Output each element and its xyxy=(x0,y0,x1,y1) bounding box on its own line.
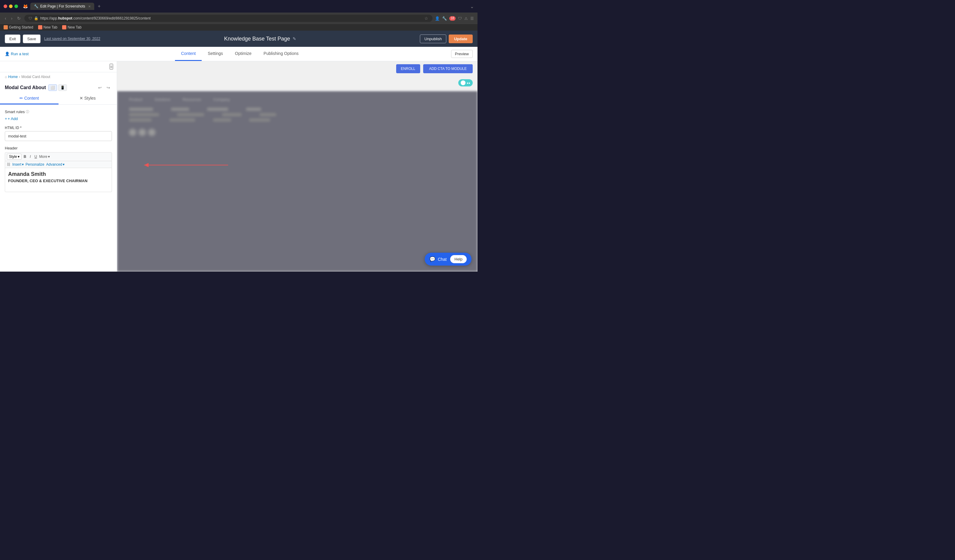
tab-close-icon[interactable]: ✕ xyxy=(88,5,91,8)
active-tab[interactable]: 🔧 Edit Page | For Screenshots ✕ xyxy=(30,3,94,10)
tab-content[interactable]: Content xyxy=(175,47,202,61)
tab-settings-label: Settings xyxy=(208,51,223,56)
styles-subtab[interactable]: ✕ Styles xyxy=(58,93,117,105)
blurred-bar5 xyxy=(129,113,159,116)
bookmark-label: Getting Started xyxy=(9,25,33,30)
italic-button[interactable]: I xyxy=(28,154,32,160)
bookmarks-bar: Getting Started New Tab New Tab xyxy=(0,24,478,31)
edit-pencil-icon[interactable]: ✎ xyxy=(293,36,296,41)
tab-optimize[interactable]: Optimize xyxy=(229,47,257,61)
blurred-product: Product xyxy=(129,97,142,102)
personalize-button[interactable]: Personalize xyxy=(25,163,44,167)
main-area: « ⌂ Home › Modal Card About Modal Card A… xyxy=(0,61,478,272)
blurred-resources: Resources xyxy=(183,97,201,102)
blurred-bar1 xyxy=(129,108,153,111)
redo-button[interactable]: ↪ xyxy=(105,84,112,91)
bookmark-icon[interactable]: ☆ xyxy=(424,16,428,21)
toggle-dot xyxy=(461,80,465,85)
last-saved-text: Last saved on September 30, 2022 xyxy=(44,37,100,41)
exit-button[interactable]: Exit xyxy=(5,34,20,43)
chat-widget[interactable]: 💬 Chat Help xyxy=(425,253,471,266)
hs-bm-icon xyxy=(38,25,42,30)
extensions-icon: 🔧 xyxy=(442,16,447,21)
update-button[interactable]: Update xyxy=(449,34,473,43)
insert-button[interactable]: Insert ▾ xyxy=(12,163,24,167)
style-dropdown[interactable]: Style ▾ xyxy=(7,154,22,160)
tab-publishing-label: Publishing Options xyxy=(263,51,299,56)
tab-bar: 🔧 Edit Page | For Screenshots ✕ + xyxy=(30,2,468,10)
underline-button[interactable]: U xyxy=(33,154,39,160)
unpublish-button[interactable]: Unpublish xyxy=(420,34,446,43)
page-title-area: Knowledge Base Test Page ✎ xyxy=(103,36,418,42)
smart-rules-row: Smart rules ⓘ xyxy=(5,109,112,114)
url-bar[interactable]: 🛡 🔒 https://app.hubspot.com/content/9230… xyxy=(24,15,432,22)
undo-button[interactable]: ↩ xyxy=(96,84,103,91)
blurred-bar8 xyxy=(260,113,276,116)
right-preview: ENROLL ADD CTA TO MODULE ●● Product Solu… xyxy=(117,61,478,272)
shield-icon2: 🛡 xyxy=(458,16,462,21)
preview-button[interactable]: Preview xyxy=(451,50,473,58)
close-button[interactable] xyxy=(4,5,7,8)
more-label: More xyxy=(39,155,47,159)
header-label: Header xyxy=(5,146,112,150)
tab-icon: 🔧 xyxy=(34,4,38,8)
back-button[interactable]: ‹ xyxy=(4,15,8,21)
nav-tabs: Content Settings Optimize Publishing Opt… xyxy=(28,47,451,61)
traffic-lights xyxy=(4,5,18,8)
blurred-bar10 xyxy=(169,119,195,122)
add-icon: + xyxy=(5,116,7,121)
help-button[interactable]: Help xyxy=(450,255,467,263)
hs-bm-icon2 xyxy=(62,25,66,30)
tab-publishing-options[interactable]: Publishing Options xyxy=(257,47,305,61)
left-panel: « ⌂ Home › Modal Card About Modal Card A… xyxy=(0,61,117,272)
add-smart-rule-button[interactable]: + + Add xyxy=(5,116,112,121)
bold-button[interactable]: B xyxy=(22,154,28,160)
blurred-row3 xyxy=(129,119,465,122)
bookmark-new-tab-1[interactable]: New Tab xyxy=(38,25,57,30)
enroll-button[interactable]: ENROLL xyxy=(396,64,420,73)
breadcrumb: ⌂ Home › Modal Card About xyxy=(0,72,117,81)
blurred-social-row xyxy=(117,124,478,141)
forward-button[interactable]: › xyxy=(10,15,14,21)
rich-text-content[interactable]: Amanda Smith FOUNDER, CEO & EXECUTIVE CH… xyxy=(5,168,112,192)
bookmark-new-tab-2[interactable]: New Tab xyxy=(62,25,81,30)
menu-icon[interactable]: ☰ xyxy=(470,16,474,21)
add-cta-button[interactable]: ADD CTA TO MODULE xyxy=(423,64,473,73)
breadcrumb-home[interactable]: Home xyxy=(8,75,18,79)
browser-toolbar-icons: 👤 🔧 18 🛡 ⚠ ☰ xyxy=(435,16,474,21)
blurred-bar3 xyxy=(207,108,228,111)
mobile-view-button[interactable]: 📱 xyxy=(58,84,67,91)
advanced-button[interactable]: Advanced ▾ xyxy=(46,163,64,167)
content-subtab[interactable]: ✏ Content xyxy=(0,93,58,105)
section-title-bar: Modal Card About ⬜ 📱 ↩ ↪ xyxy=(0,81,117,93)
collapse-button[interactable]: « xyxy=(110,64,113,70)
run-test-button[interactable]: 👤 Run a test xyxy=(5,52,28,56)
chat-bubble-icon: 💬 xyxy=(429,256,435,262)
blurred-bar6 xyxy=(177,113,204,116)
html-id-input[interactable] xyxy=(5,131,112,141)
tab-settings[interactable]: Settings xyxy=(202,47,229,61)
panel-scroll: Smart rules ⓘ + + Add HTML ID * xyxy=(0,105,117,272)
run-test-label: Run a test xyxy=(11,52,28,56)
blurred-bar9 xyxy=(129,119,152,122)
info-icon[interactable]: ⓘ xyxy=(26,109,29,114)
minimize-button[interactable] xyxy=(9,5,13,8)
hs-nav: 👤 Run a test Content Settings Optimize P… xyxy=(0,47,478,61)
preview-toggle[interactable]: ●● xyxy=(458,79,473,86)
maximize-button[interactable] xyxy=(14,5,18,8)
toolbar-right: Unpublish Update xyxy=(420,34,473,43)
advanced-chevron: ▾ xyxy=(63,163,64,167)
blurred-bar12 xyxy=(249,119,270,122)
desktop-view-button[interactable]: ⬜ xyxy=(49,84,57,91)
save-button[interactable]: Save xyxy=(23,34,41,43)
refresh-button[interactable]: ↻ xyxy=(16,15,22,21)
more-button[interactable]: More ▾ xyxy=(39,155,50,159)
dropdown-chevron: ▾ xyxy=(18,155,19,159)
bookmark-getting-started[interactable]: Getting Started xyxy=(4,25,33,30)
toggle-label: ●● xyxy=(467,81,470,84)
new-tab-button[interactable]: + xyxy=(96,2,103,10)
view-toggle-buttons: ⬜ 📱 xyxy=(49,84,67,91)
smart-rules-label: Smart rules xyxy=(5,109,25,114)
address-bar: ‹ › ↻ 🛡 🔒 https://app.hubspot.com/conten… xyxy=(0,13,478,24)
blurred-items xyxy=(117,108,478,122)
